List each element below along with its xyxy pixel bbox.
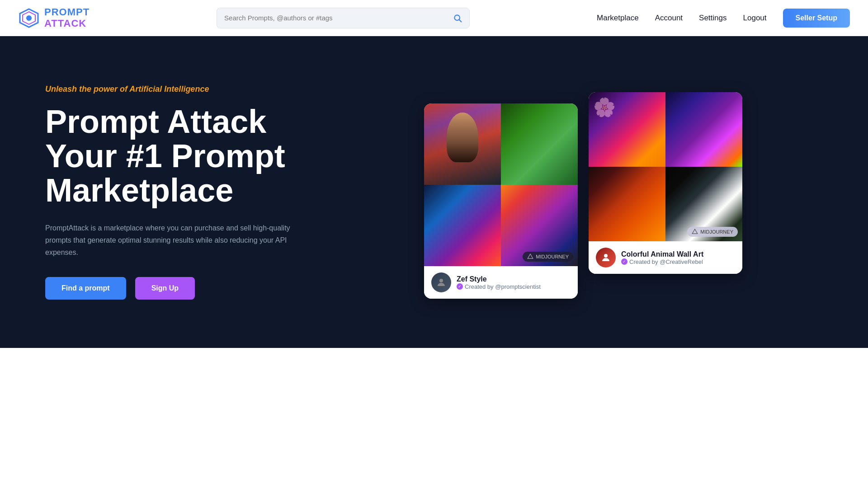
search-input[interactable]	[224, 14, 453, 22]
seller-setup-button[interactable]: Seller Setup	[783, 9, 850, 28]
nav-links: Marketplace Account Settings Logout Sell…	[597, 9, 850, 28]
navbar: PROMPT ATTACK Marketplace Account Settin…	[0, 0, 868, 36]
zef-title: Zef Style	[457, 275, 571, 283]
card-animal-image-3	[589, 167, 665, 241]
animal-midjourney-badge: MIDJOURNEY	[687, 227, 738, 237]
midjourney-icon-2	[692, 229, 698, 235]
zef-info-text: Zef Style ✓ Created by @promptscientist	[457, 275, 571, 290]
zef-avatar	[431, 272, 451, 292]
svg-point-5	[439, 279, 443, 282]
nav-account[interactable]: Account	[655, 14, 683, 23]
card-animal-images: MIDJOURNEY	[589, 92, 742, 241]
logo-prompt-text: PROMPT	[44, 7, 90, 18]
card-zef-image-2	[501, 103, 578, 185]
hero-buttons: Find a prompt Sign Up	[45, 277, 316, 300]
search-icon	[453, 14, 462, 23]
card-zef-image-3	[424, 185, 501, 266]
signup-button[interactable]: Sign Up	[135, 277, 195, 300]
nav-marketplace[interactable]: Marketplace	[597, 14, 639, 23]
hero-section: Unleash the power of Artificial Intellig…	[0, 36, 868, 348]
midjourney-icon	[527, 253, 533, 260]
card-zef-images: MIDJOURNEY	[424, 103, 578, 266]
hero-right: MIDJOURNEY Zef Style ✓ Created by @promp…	[316, 94, 823, 290]
card-zef-image-1	[424, 103, 501, 185]
bottom-section	[0, 348, 868, 452]
nav-settings[interactable]: Settings	[699, 14, 726, 23]
hero-title: Prompt Attack Your #1 Prompt Marketplace	[45, 105, 316, 207]
zef-author: ✓ Created by @promptscientist	[457, 283, 571, 290]
find-prompt-button[interactable]: Find a prompt	[45, 277, 126, 300]
zef-card-info: Zef Style ✓ Created by @promptscientist	[424, 266, 578, 299]
search-button[interactable]	[453, 14, 462, 23]
hero-left: Unleash the power of Artificial Intellig…	[45, 84, 316, 299]
rebel-avatar-icon	[600, 252, 611, 263]
animal-card-info: Colorful Animal Wall Art ✓ Created by @C…	[589, 241, 742, 274]
animal-verified-icon: ✓	[621, 258, 627, 265]
logo[interactable]: PROMPT ATTACK	[18, 7, 90, 28]
hero-subtitle: Unleash the power of Artificial Intellig…	[45, 84, 316, 94]
animal-title: Colorful Animal Wall Art	[621, 250, 735, 258]
zef-verified-icon: ✓	[457, 283, 463, 290]
zef-midjourney-badge: MIDJOURNEY	[523, 252, 573, 262]
svg-point-2	[26, 15, 32, 21]
card-animal[interactable]: MIDJOURNEY Colorful Animal Wall Art ✓ Cr…	[589, 92, 742, 274]
logo-attack-text: ATTACK	[44, 18, 90, 29]
svg-point-6	[604, 254, 608, 258]
card-animal-image-2	[665, 92, 742, 167]
logo-icon	[18, 7, 40, 29]
animal-info-text: Colorful Animal Wall Art ✓ Created by @C…	[621, 250, 735, 265]
card-zef[interactable]: MIDJOURNEY Zef Style ✓ Created by @promp…	[424, 103, 578, 299]
svg-line-4	[459, 19, 462, 22]
card-animal-image-1	[589, 92, 665, 167]
search-bar	[217, 8, 470, 28]
hero-description: PromptAttack is a marketplace where you …	[45, 222, 298, 259]
animal-avatar	[596, 248, 616, 267]
animal-author: ✓ Created by @CreativeRebel	[621, 258, 735, 265]
zef-avatar-icon	[436, 277, 447, 288]
nav-logout[interactable]: Logout	[743, 14, 767, 23]
